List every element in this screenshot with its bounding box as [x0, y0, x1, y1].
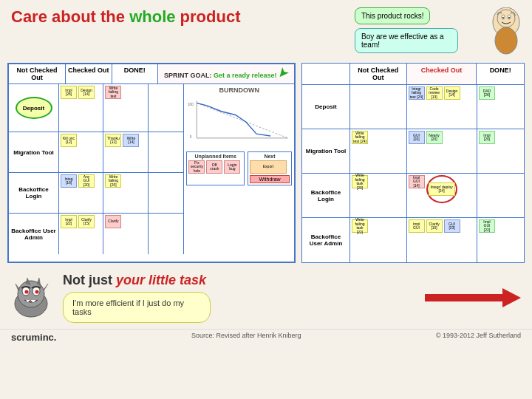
right-label-login: Backoffice Login [302, 174, 349, 218]
right-columns-area: Write failing test [24] Write failing ta… [350, 85, 524, 262]
col-checked-out: Checked Out [66, 64, 112, 83]
svg-text:0: 0 [190, 135, 192, 139]
not-just-text: Not just your little task [63, 273, 414, 288]
col-not-checked: Impl [26] Design [14] Kill unc [12] Inte… [59, 84, 103, 254]
cell-user-admin-not-checked: Impl [22] Clarify [15] [59, 214, 103, 254]
right-login-checked: Impl GUI [14] Integr/ deploy [24] [407, 174, 477, 218]
right-col-done-header: DONE! [477, 64, 524, 84]
source-text: Source: Revised after Henrik Kniberg [191, 332, 301, 343]
sticky-note: Any GUI [20] [78, 174, 95, 188]
cell-deposit-checked: Write failing test [103, 84, 147, 132]
sticky-note: Impl [26] [61, 86, 77, 99]
page-title: Care about the whole product [11, 7, 240, 27]
right-not-checked-col: Write failing test [24] Write failing ta… [350, 85, 407, 262]
right-deposit-not-checked [350, 85, 406, 129]
sticky-note: Impl GUI [22] [479, 219, 495, 233]
header: Care about the whole product This produc… [0, 0, 532, 63]
board-body: Deposit Migration Tool Backoffice Login … [9, 84, 294, 254]
right-admin-done: Impl GUI [22] [477, 218, 524, 262]
character-illustration-top [469, 7, 521, 59]
unplanned-box: Unplanned Items Fix security hole DB cra… [186, 151, 245, 185]
burndown-area: BURNDOWN 100 0 [184, 84, 294, 188]
sticky-note: Write failing test [105, 86, 121, 99]
red-arrow [425, 287, 521, 309]
sticky-note: Clarify [105, 215, 121, 228]
right-col-checked-header: Checked Out [407, 64, 477, 84]
burndown-title: BURNDOWN [186, 86, 292, 94]
cell-backoffice-login-not-checked: Integ [18] Any GUI [20] [59, 173, 103, 214]
svg-point-6 [495, 27, 517, 54]
sticky-note: Nearly [20] [426, 131, 443, 144]
sticky-note: Clarify [10] [426, 219, 443, 233]
cell-migration-not-checked: Kill unc [12] [59, 132, 103, 173]
svg-point-17 [25, 290, 29, 293]
sticky-note: Write failing task [22] [352, 219, 368, 233]
right-login-not-checked: Write failing task [20] [350, 174, 406, 218]
sticky-note: Integ [18] [61, 174, 77, 188]
burndown-chart: 100 0 [186, 96, 292, 148]
unplanned-next-area: Unplanned Items Fix security hole DB cra… [186, 151, 292, 185]
right-col-not-checked-header: Not Checked Out [350, 64, 407, 84]
sticky-note: Fix security hole [188, 160, 205, 174]
col-checked: Write failing test Thanku [12] Write [14… [103, 84, 148, 254]
cell-deposit-not-checked: Impl [26] Design [14] [59, 84, 103, 132]
row-label-backoffice-admin: Backoffice User Admin [9, 214, 58, 254]
right-admin-not-checked: Write failing task [22] [350, 218, 406, 262]
next-box: Next Export Withdraw [248, 151, 292, 185]
sticky-note: Integr failing test [24] [409, 86, 425, 100]
cell-admin-done [149, 214, 184, 254]
speech-bubbles-area: This product rocks! Boy are we effective… [355, 7, 458, 53]
col-sprint-goal-area: BURNDOWN 100 0 [184, 84, 294, 254]
row-labels: Deposit Migration Tool Backoffice Login … [9, 84, 59, 254]
thought-bubble: I'm more efficient if I just do my tasks [63, 292, 211, 323]
sticky-note: GUI [23] [444, 219, 460, 233]
speech-bubble-2: Boy are we effective as a team! [355, 28, 458, 53]
cell-login-checked: Write failing [20] [103, 173, 147, 214]
cell-login-done [149, 173, 184, 214]
right-checked-col: Integr failing test [24] Code review [13… [407, 85, 477, 262]
speech-bubble-1: This product rocks! [355, 7, 430, 24]
right-admin-checked: Impl GUI Clarify [10] GUI [23] [407, 218, 477, 262]
col-done-cells [149, 84, 185, 254]
deposit-circle: Deposit [16, 97, 52, 119]
withdraw-button[interactable]: Withdraw [250, 175, 290, 183]
svg-point-5 [508, 17, 510, 18]
svg-point-18 [35, 290, 39, 293]
sticky-note: GUI [20] [409, 131, 425, 144]
cell-deposit-done [149, 84, 184, 132]
sticky-note: Impl [20] [479, 131, 495, 144]
cell-admin-checked: Clarify [103, 214, 147, 254]
right-label-migration: Migration Tool [302, 129, 349, 174]
monster-icon [11, 278, 52, 318]
col-done: DONE! [112, 64, 159, 83]
right-login-done [477, 174, 524, 218]
cell-migration-done [149, 132, 184, 173]
right-migration-not-checked: Write failing test [24] [350, 129, 406, 174]
row-label-migration: Migration Tool [9, 132, 58, 173]
left-scrum-board: Not Checked Out Checked Out DONE! SPRINT… [7, 63, 296, 263]
sticky-note: Code review [13] [426, 86, 443, 100]
sticky-note: Write failing task [20] [352, 175, 368, 188]
svg-point-4 [502, 17, 504, 18]
svg-marker-20 [502, 288, 521, 307]
right-row-labels: Deposit Migration Tool Backoffice Login … [302, 85, 350, 262]
right-migration-checked: GUI [20] Nearly [20] [407, 129, 477, 174]
sticky-note: Impl GUI [14] [409, 175, 425, 188]
right-deposit-done: DAD [26] [477, 85, 524, 129]
col-not-checked-out: Not Checked Out [9, 64, 66, 83]
right-board-body: Deposit Migration Tool Backoffice Login … [302, 85, 524, 262]
col-sprint-goal: SPRINT GOAL: Get a ready release! ➤ [158, 64, 294, 83]
sticky-note: Write failing [20] [105, 174, 121, 188]
sticky-note: DAD [26] [479, 86, 495, 100]
footer: scruminc. Source: Revised after Henrik K… [0, 329, 532, 345]
svg-rect-19 [425, 294, 506, 301]
bottom-section: Not just your little task I'm more effic… [0, 267, 532, 329]
sticky-note: Impl GUI [409, 219, 425, 233]
right-done-col: DAD [26] Impl [20] Impl GUI [22] [477, 85, 524, 262]
sticky-note: Integr/ deploy [24] [429, 183, 455, 196]
sticky-note: Login bug [224, 160, 240, 174]
sticky-note: Export [250, 160, 287, 174]
right-migration-done: Impl [20] [477, 129, 524, 174]
row-label-deposit: Deposit [9, 84, 58, 132]
svg-text:100: 100 [188, 103, 194, 106]
